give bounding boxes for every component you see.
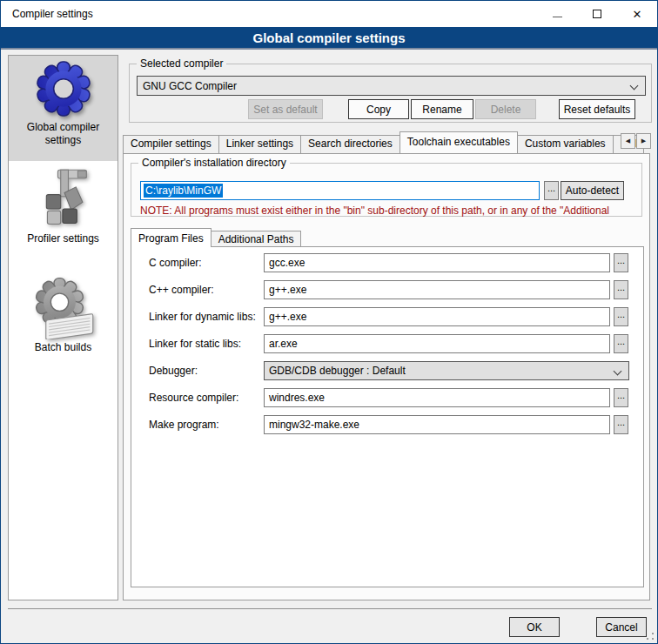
field-label: Debugger: [149, 361, 198, 380]
field-row-cpp-compiler: C++ compiler: g++.exe ... [131, 280, 643, 299]
installation-directory-legend: Compiler's installation directory [138, 157, 290, 169]
compiler-select-value: GNU GCC Compiler [143, 80, 237, 92]
blue-gear-icon [35, 60, 92, 117]
field-label: Linker for static libs: [149, 334, 241, 353]
reset-defaults-button[interactable]: Reset defaults [559, 99, 635, 119]
sidebar-item-label: Profiler settings [9, 232, 118, 245]
resize-grip[interactable] [646, 632, 655, 641]
tab-additional-paths[interactable]: Additional Paths [211, 231, 302, 247]
browse-button[interactable]: ... [614, 415, 628, 434]
titlebar: Compiler settings ✕ [1, 1, 657, 27]
maximize-icon [593, 10, 601, 18]
field-row-linker-static: Linker for static libs: ar.exe ... [131, 334, 643, 353]
delete-button[interactable]: Delete [475, 99, 536, 119]
field-label: Resource compiler: [149, 388, 238, 407]
minimize-icon [553, 17, 562, 17]
tab-linker-settings[interactable]: Linker settings [218, 135, 301, 153]
field-row-linker-dynamic: Linker for dynamic libs: g++.exe ... [131, 307, 643, 326]
copy-button[interactable]: Copy [348, 99, 409, 119]
browse-button[interactable]: ... [614, 388, 628, 407]
close-icon: ✕ [633, 9, 642, 20]
program-files-tabstrip: Program Files Additional Paths [131, 228, 300, 247]
linker-dynamic-input[interactable]: g++.exe [264, 307, 610, 326]
sidebar-item-batch-builds[interactable]: Batch builds [9, 273, 118, 376]
compiler-select[interactable]: GNU GCC Compiler [137, 76, 646, 96]
resource-compiler-input[interactable]: windres.exe [264, 388, 610, 407]
field-row-debugger: Debugger: GDB/CDB debugger : Default [131, 361, 643, 380]
compiler-settings-dialog: Compiler settings ✕ Global compiler sett… [0, 0, 658, 644]
browse-button[interactable]: ... [614, 280, 628, 299]
tab-scroll-left-button[interactable]: ◀ [621, 133, 635, 149]
tab-program-files[interactable]: Program Files [131, 228, 212, 247]
make-program-input[interactable]: mingw32-make.exe [264, 415, 610, 434]
installation-directory-input[interactable]: C:\raylib\MinGW [140, 181, 540, 200]
tab-compiler-settings[interactable]: Compiler settings [123, 135, 219, 153]
arrow-right-icon: ▶ [641, 138, 646, 144]
toolchain-executables-page: Compiler's installation directory C:\ray… [123, 153, 650, 600]
browse-directory-button[interactable]: ... [544, 181, 559, 200]
close-button[interactable]: ✕ [617, 1, 657, 27]
installation-directory-value: C:\raylib\MinGW [144, 184, 223, 198]
auto-detect-button[interactable]: Auto-detect [561, 181, 624, 200]
field-label: C compiler: [149, 253, 202, 272]
browse-button[interactable]: ... [614, 307, 628, 326]
linker-static-input[interactable]: ar.exe [264, 334, 610, 353]
tab-scroll-right-button[interactable]: ▶ [636, 133, 651, 149]
sidebar-item-label: Batch builds [9, 341, 118, 354]
c-compiler-input[interactable]: gcc.exe [264, 253, 610, 272]
footer-divider [8, 608, 652, 609]
caption-buttons: ✕ [537, 1, 657, 27]
browse-button[interactable]: ... [614, 253, 628, 272]
gray-gear-stack-icon [32, 277, 95, 339]
cancel-button[interactable]: Cancel [596, 617, 647, 637]
field-label: Make program: [149, 415, 219, 434]
field-row-c-compiler: C compiler: gcc.exe ... [131, 253, 643, 272]
chevron-down-icon [614, 367, 622, 376]
page-title: Global compiler settings [1, 27, 657, 50]
tab-toolchain-executables[interactable]: Toolchain executables [400, 131, 518, 153]
program-files-page: C compiler: gcc.exe ... C++ compiler: g+… [131, 246, 644, 587]
installation-directory-group: Compiler's installation directory C:\ray… [131, 163, 642, 217]
sidebar-item-global-compiler-settings[interactable]: Global compiler settings [9, 56, 118, 161]
chevron-down-icon [630, 82, 639, 91]
field-row-resource-compiler: Resource compiler: windres.exe ... [131, 388, 643, 407]
note-text: NOTE: All programs must exist either in … [140, 205, 641, 217]
arrow-left-icon: ◀ [626, 138, 630, 144]
cpp-compiler-input[interactable]: g++.exe [264, 280, 610, 299]
maximize-button[interactable] [577, 1, 617, 27]
sidebar-item-profiler-settings[interactable]: Profiler settings [9, 165, 118, 261]
browse-button[interactable]: ... [614, 334, 628, 353]
tab-search-directories[interactable]: Search directories [300, 135, 400, 153]
field-label: C++ compiler: [149, 280, 214, 299]
set-as-default-button[interactable]: Set as default [248, 99, 323, 119]
window-title: Compiler settings [12, 8, 537, 20]
rename-button[interactable]: Rename [411, 99, 473, 119]
caliper-icon [33, 167, 94, 230]
selected-compiler-group: Selected compiler GNU GCC Compiler Set a… [129, 64, 652, 123]
debugger-select-value: GDB/CDB debugger : Default [269, 365, 406, 377]
settings-tabstrip: Compiler settings Linker settings Search… [123, 131, 652, 153]
selected-compiler-legend: Selected compiler [137, 57, 226, 70]
ok-button[interactable]: OK [509, 617, 560, 637]
minimize-button[interactable] [537, 1, 577, 27]
debugger-select[interactable]: GDB/CDB debugger : Default [264, 361, 629, 380]
field-row-make-program: Make program: mingw32-make.exe ... [131, 415, 643, 434]
field-label: Linker for dynamic libs: [149, 307, 256, 326]
settings-sidebar: Global compiler settings Profiler settin… [8, 55, 118, 600]
tab-custom-variables[interactable]: Custom variables [517, 135, 614, 153]
sidebar-item-label: Global compiler settings [9, 121, 118, 147]
